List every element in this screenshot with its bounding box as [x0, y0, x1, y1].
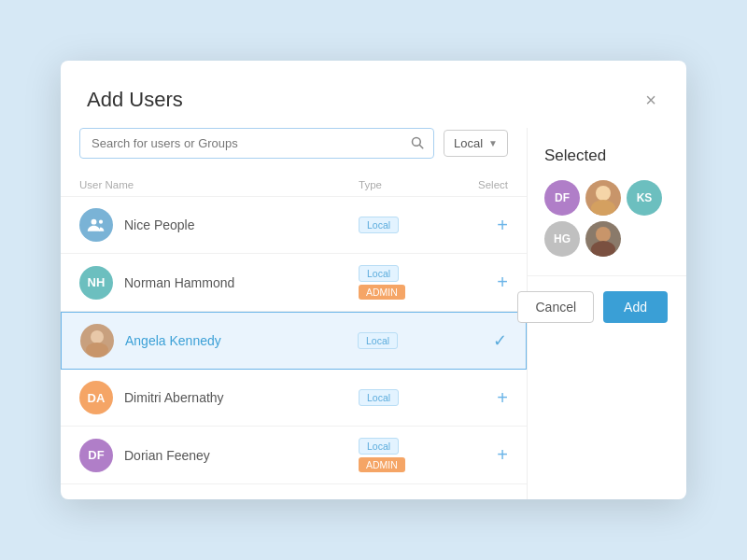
- col-type-header: Type: [359, 179, 461, 190]
- avatar: [585, 221, 621, 257]
- add-users-modal: Add Users × Local ▼: [61, 61, 686, 499]
- search-bar-row: Local ▼: [61, 128, 527, 174]
- col-type-cell: Local: [358, 332, 460, 349]
- col-action: ✓: [460, 330, 507, 351]
- avatar: [585, 180, 621, 216]
- tag-local: Local: [359, 438, 399, 455]
- modal-body: Local ▼ User Name Type Select: [61, 128, 686, 499]
- table-row[interactable]: DA Dimitri Abernathy Local +: [61, 370, 527, 427]
- user-name: Dimitri Abernathy: [124, 390, 359, 405]
- add-user-button[interactable]: +: [497, 216, 508, 234]
- tag-local: Local: [359, 265, 399, 282]
- col-select-header: Select: [461, 179, 508, 190]
- col-type-cell: Local ADMIN: [359, 438, 461, 472]
- selected-check-icon: ✓: [493, 331, 507, 350]
- svg-line-1: [419, 145, 422, 147]
- col-action: +: [461, 388, 508, 408]
- chevron-down-icon: ▼: [488, 138, 498, 148]
- tag-admin: ADMIN: [359, 285, 405, 300]
- tag-local: Local: [358, 332, 398, 349]
- svg-point-6: [596, 186, 611, 201]
- avatar: KS: [627, 180, 662, 216]
- add-user-button[interactable]: +: [497, 273, 508, 291]
- selected-panel: Selected DF KS HG: [528, 128, 686, 275]
- left-panel: Local ▼ User Name Type Select: [61, 128, 528, 499]
- modal-header: Add Users ×: [61, 61, 686, 128]
- tag-local: Local: [359, 217, 399, 233]
- user-name: Nice People: [124, 217, 359, 232]
- close-button[interactable]: ×: [641, 87, 660, 113]
- table-row[interactable]: DF Dorian Feeney Local ADMIN +: [61, 427, 527, 484]
- col-type-cell: Local: [359, 217, 461, 233]
- search-icon-button[interactable]: [401, 130, 433, 158]
- col-type-cell: Local ADMIN: [359, 265, 461, 300]
- dropdown-value: Local: [454, 136, 483, 150]
- selected-label: Selected: [544, 147, 606, 165]
- avatar: HG: [544, 221, 580, 257]
- avatar: [79, 208, 113, 242]
- col-action: +: [461, 445, 508, 465]
- col-action: +: [461, 273, 508, 292]
- avatar: [80, 324, 114, 357]
- add-user-button[interactable]: +: [497, 445, 508, 464]
- col-name-header: User Name: [79, 179, 359, 190]
- selected-avatars: DF KS HG: [544, 180, 669, 257]
- type-dropdown[interactable]: Local ▼: [444, 130, 508, 157]
- col-action: +: [461, 216, 508, 235]
- avatar: DF: [79, 439, 113, 472]
- svg-point-7: [591, 200, 615, 216]
- user-name: Dorian Feeney: [124, 448, 359, 463]
- avatar: DA: [79, 381, 113, 414]
- add-button[interactable]: Add: [603, 291, 668, 323]
- svg-point-3: [99, 220, 103, 224]
- table-header: User Name Type Select: [61, 174, 527, 197]
- table-row[interactable]: Nice People Local +: [61, 197, 527, 254]
- svg-point-8: [596, 227, 611, 242]
- tag-local: Local: [359, 389, 399, 406]
- svg-point-9: [591, 241, 615, 257]
- add-user-button[interactable]: +: [497, 388, 508, 407]
- user-name: Norman Hammond: [124, 275, 359, 290]
- tag-admin: ADMIN: [359, 457, 405, 472]
- table-row[interactable]: NH Norman Hammond Local ADMIN +: [61, 254, 527, 312]
- right-panel: Selected DF KS HG: [528, 128, 686, 499]
- search-input[interactable]: [80, 129, 401, 158]
- search-input-wrap: [79, 128, 434, 159]
- avatar: DF: [544, 180, 580, 216]
- modal-footer: Cancel Add: [528, 275, 686, 338]
- svg-point-4: [91, 330, 104, 343]
- table-row[interactable]: Angela Kennedy Local ✓: [61, 312, 527, 370]
- svg-point-2: [92, 219, 97, 225]
- avatar: NH: [79, 266, 113, 300]
- col-type-cell: Local: [359, 389, 461, 406]
- cancel-button[interactable]: Cancel: [517, 291, 594, 323]
- modal-title: Add Users: [87, 88, 183, 112]
- user-name: Angela Kennedy: [125, 333, 358, 348]
- svg-point-5: [86, 343, 108, 357]
